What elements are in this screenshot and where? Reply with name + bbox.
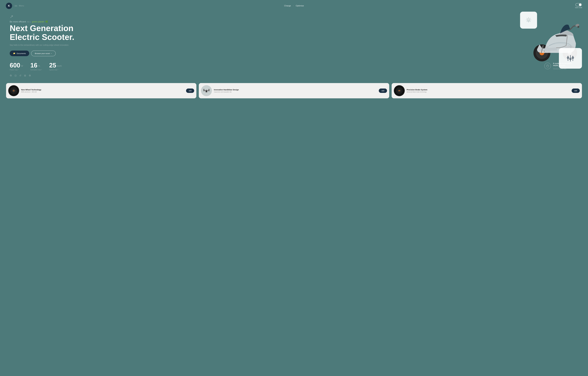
product-card-brake: Precision Brake System advanced titane b… <box>392 83 582 98</box>
card-sliders <box>559 48 582 69</box>
recycle-icon-2[interactable]: ♻ <box>29 74 31 77</box>
product-info-handlebar: Innovative Handlebar Design responsive a… <box>214 89 377 93</box>
menu-button[interactable]: Menu <box>15 5 24 7</box>
hero-right: 8 route de la jonelière 44200, Nantes. C… <box>92 13 578 77</box>
wheel-icon <box>10 87 17 94</box>
nav-link-charge[interactable]: Charge <box>284 5 291 7</box>
stat-speed: 25 km/h Speed max.* <box>49 62 62 71</box>
product-info-brake: Precision Brake System advanced titane b… <box>407 89 570 93</box>
nav-links: Charge • Optimise <box>284 5 304 7</box>
nav-link-optimise[interactable]: Optimise <box>296 5 304 7</box>
hero-title: Next Generation Electric Scooter. <box>10 24 92 42</box>
folder-icon: 📁 <box>13 52 15 54</box>
toggle-thumb <box>579 3 581 6</box>
hero-subtitle: Say hello to the extraordinary with our … <box>10 44 73 46</box>
product-name-brake: Precision Brake System <box>407 89 570 91</box>
recycle-icon-1[interactable]: ♻ <box>10 74 12 77</box>
brake-thumb <box>394 85 405 96</box>
tagline: Be more efficient for a green planet 🌿 <box>10 20 92 23</box>
stat-inclination: 16 % Inclination max.* <box>30 62 42 71</box>
browse-button[interactable]: Browse your scoot → <box>31 51 56 56</box>
svg-rect-24 <box>203 89 204 91</box>
product-card-wheel: New Wheel Technology 6086 aluminium - 30… <box>6 83 196 98</box>
cta-buttons: 📁 Documents Browse your scoot → <box>10 51 92 56</box>
image-icon[interactable]: ⊞ <box>24 74 26 77</box>
nav-separator: • <box>293 5 294 7</box>
arrow-icon: ↗ <box>10 14 92 19</box>
logo[interactable]: K <box>6 3 12 9</box>
dark-mode-toggle[interactable] <box>576 3 582 6</box>
handlebar-icon <box>202 86 211 95</box>
grid-icon[interactable]: ⊡ <box>15 74 17 77</box>
svg-rect-25 <box>209 89 210 91</box>
hamburger-icon <box>15 5 17 6</box>
product-card-handlebar: Innovative Handlebar Design responsive a… <box>199 83 389 98</box>
product-cards: New Wheel Technology 6086 aluminium - 30… <box>0 82 588 102</box>
add-brake-button[interactable]: add <box>572 89 580 93</box>
svg-rect-32 <box>398 90 400 91</box>
handlebar-thumb <box>201 85 212 96</box>
product-desc-brake: advanced titane brake technology <box>407 91 570 93</box>
reload-icon[interactable]: ↺ <box>19 74 21 77</box>
add-handlebar-button[interactable]: add <box>379 89 387 93</box>
dark-mode-toggle-area: Dark mode <box>575 3 582 9</box>
add-wheel-button[interactable]: add <box>186 89 194 93</box>
feature-icons-row: ♻ ⊡ ↺ ⊞ ♻ <box>10 74 92 77</box>
product-info-wheel: New Wheel Technology 6086 aluminium - 30… <box>21 89 184 93</box>
svg-rect-28 <box>206 91 207 92</box>
hero-left: ↗ Be more efficient for a green planet 🌿… <box>10 13 92 77</box>
navbar: K Menu Charge • Optimise Dark mode <box>0 0 588 12</box>
product-desc-wheel: 6086 aluminium - 300 mW <box>21 91 184 93</box>
menu-label: Menu <box>19 5 24 7</box>
brake-icon <box>396 87 403 94</box>
product-desc-handlebar: responsive and enjoyable ride <box>214 91 377 93</box>
wheel-thumb <box>8 85 19 96</box>
product-name-wheel: New Wheel Technology <box>21 89 184 91</box>
documents-button[interactable]: 📁 Documents <box>10 51 29 56</box>
product-name-handlebar: Innovative Handlebar Design <box>214 89 377 91</box>
hero-section: ↗ Be more efficient for a green planet 🌿… <box>0 12 588 82</box>
stat-power: 600 W Power max.* <box>10 62 23 71</box>
stats-section: 600 W Power max.* 16 % Inclination max.*… <box>10 62 92 71</box>
sliders-icon <box>566 53 575 63</box>
